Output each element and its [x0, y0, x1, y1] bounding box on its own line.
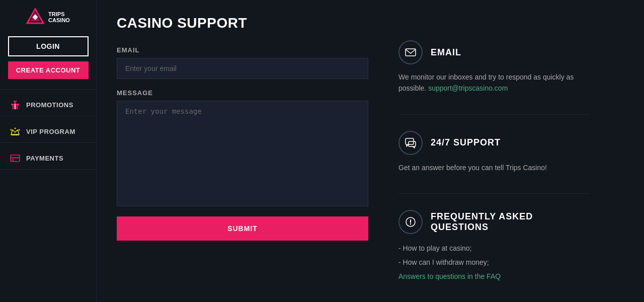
info-divider-2 [398, 193, 590, 194]
svg-marker-6 [11, 130, 19, 134]
logo-area: TRIPS CASINO [18, 8, 78, 26]
card-icon [10, 153, 20, 163]
svg-point-10 [19, 129, 20, 131]
support-email-link[interactable]: support@tripscasino.com [428, 84, 508, 92]
svg-point-8 [11, 129, 12, 131]
email-info-header: EMAIL [398, 40, 590, 64]
email-label: EMAIL [117, 46, 368, 54]
sidebar: TRIPS CASINO LOGIN CREATE ACCOUNT PROMOT… [0, 0, 97, 302]
logo-icon [26, 8, 44, 26]
faq-info-header: FREQUENTLY ASKED QUESTIONS [398, 210, 590, 234]
sidebar-item-vip[interactable]: VIP PROGRAM [0, 120, 96, 142]
sidebar-item-payments[interactable]: PAYMENTS [0, 147, 96, 169]
info-divider-1 [398, 114, 590, 115]
svg-rect-13 [12, 160, 14, 161]
email-field-group: EMAIL [117, 46, 368, 89]
faq-link[interactable]: Answers to questions in the FAQ [398, 272, 501, 280]
faq-list: - How to play at casino; - How can I wit… [398, 241, 590, 283]
faq-item-2: - How can I withdraw money; [398, 255, 590, 269]
message-textarea[interactable] [117, 101, 368, 206]
page-title: CASINO SUPPORT [117, 15, 368, 31]
svg-point-19 [410, 223, 411, 224]
svg-rect-12 [11, 157, 20, 159]
support-info-block: 24/7 SUPPORT Get an answer before you ca… [398, 131, 590, 173]
faq-info-title: FREQUENTLY ASKED QUESTIONS [431, 211, 590, 233]
main-content: CASINO SUPPORT EMAIL MESSAGE SUBMIT EMAI… [97, 0, 644, 302]
email-info-text: We monitor our inboxes and try to respon… [398, 71, 590, 94]
logo-text: TRIPS CASINO [48, 11, 70, 23]
sidebar-item-promotions[interactable]: PROMOTIONS [0, 94, 96, 116]
form-section: CASINO SUPPORT EMAIL MESSAGE SUBMIT [117, 15, 368, 287]
gift-icon [10, 100, 20, 110]
svg-rect-7 [11, 134, 19, 135]
info-section: EMAIL We monitor our inboxes and try to … [398, 15, 590, 287]
support-info-text: Get an answer before you can tell Trips … [398, 162, 590, 173]
chat-icon [398, 131, 423, 155]
info-icon [398, 210, 423, 234]
login-button[interactable]: LOGIN [8, 36, 89, 56]
svg-point-9 [15, 128, 16, 129]
sidebar-divider-3 [0, 142, 96, 143]
email-info-block: EMAIL We monitor our inboxes and try to … [398, 40, 590, 94]
create-account-button[interactable]: CREATE ACCOUNT [8, 61, 89, 79]
promotions-label: PROMOTIONS [26, 101, 73, 109]
message-label: MESSAGE [117, 89, 368, 97]
vip-label: VIP PROGRAM [26, 128, 75, 135]
submit-button[interactable]: SUBMIT [117, 216, 368, 241]
faq-info-block: FREQUENTLY ASKED QUESTIONS - How to play… [398, 210, 590, 283]
payments-label: PAYMENTS [26, 155, 63, 162]
sidebar-divider-2 [0, 116, 96, 116]
svg-rect-14 [406, 49, 416, 56]
support-info-title: 24/7 SUPPORT [431, 137, 501, 148]
svg-rect-16 [409, 141, 416, 146]
support-info-header: 24/7 SUPPORT [398, 131, 590, 155]
envelope-icon [398, 40, 423, 64]
message-field-group: MESSAGE [117, 89, 368, 216]
sidebar-divider [0, 89, 96, 90]
sidebar-divider-4 [0, 169, 96, 170]
faq-item-1: - How to play at casino; [398, 241, 590, 255]
crown-icon [10, 126, 20, 136]
email-input[interactable] [117, 58, 368, 79]
email-info-title: EMAIL [431, 47, 461, 58]
